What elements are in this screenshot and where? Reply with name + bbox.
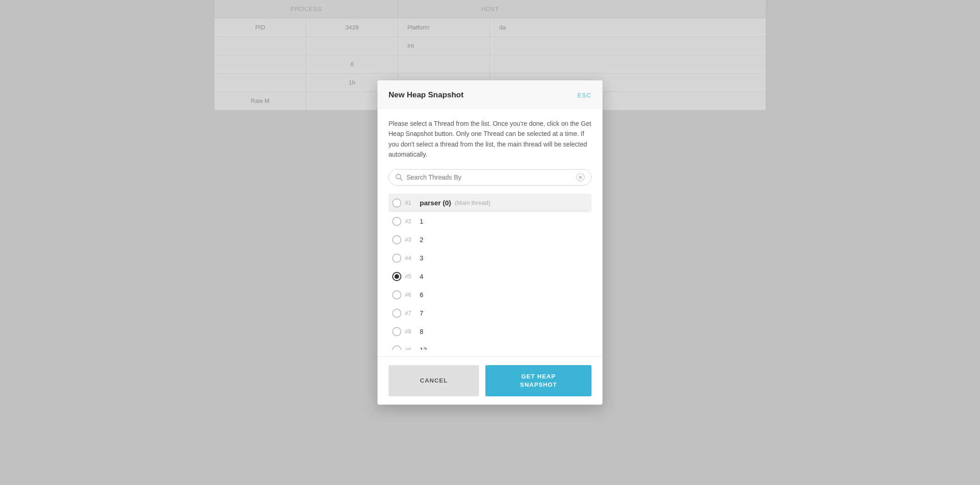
radio-button[interactable]: [392, 327, 401, 336]
modal-footer: CANCEL GET HEAPSNAPSHOT: [377, 356, 603, 405]
thread-item[interactable]: #21: [389, 212, 591, 231]
svg-line-1: [400, 178, 403, 180]
thread-number: #2: [405, 218, 415, 225]
search-input-wrapper: [389, 169, 591, 186]
thread-name: 7: [420, 310, 423, 317]
thread-item[interactable]: #77: [389, 304, 591, 322]
thread-number: #9: [405, 347, 415, 350]
thread-number: #7: [405, 310, 415, 316]
thread-name: 2: [420, 236, 423, 243]
thread-name: 8: [420, 328, 423, 335]
radio-button[interactable]: [392, 345, 401, 350]
clear-icon: [578, 175, 583, 180]
radio-button[interactable]: [392, 235, 401, 244]
radio-button[interactable]: [392, 254, 401, 263]
modal-overlay: New Heap Snapshot ESC Please select a Th…: [0, 0, 980, 485]
modal-dialog: New Heap Snapshot ESC Please select a Th…: [377, 80, 603, 405]
thread-number: #8: [405, 328, 415, 335]
esc-button[interactable]: ESC: [577, 92, 591, 99]
cancel-button[interactable]: CANCEL: [389, 365, 479, 396]
thread-item[interactable]: #43: [389, 249, 591, 267]
thread-name: 6: [420, 291, 423, 299]
thread-name: parser (0): [420, 199, 451, 207]
search-container: [389, 169, 591, 186]
thread-item[interactable]: #32: [389, 231, 591, 249]
thread-name: 12: [420, 346, 427, 350]
modal-title: New Heap Snapshot: [389, 90, 463, 100]
thread-item[interactable]: #88: [389, 322, 591, 341]
radio-button[interactable]: [392, 309, 401, 318]
svg-point-0: [396, 174, 401, 179]
search-input[interactable]: [406, 174, 576, 181]
thread-item[interactable]: #54: [389, 267, 591, 286]
thread-list: #1parser (0)(Main thread)#21#32#43#54#66…: [377, 194, 603, 350]
thread-name: 1: [420, 218, 423, 225]
search-icon: [395, 174, 403, 181]
thread-name: 4: [420, 273, 423, 280]
get-heap-snapshot-button[interactable]: GET HEAPSNAPSHOT: [485, 365, 591, 396]
radio-button[interactable]: [392, 272, 401, 281]
search-clear-button[interactable]: [576, 173, 585, 181]
modal-description: Please select a Thread from the list. On…: [389, 118, 591, 160]
radio-button[interactable]: [392, 217, 401, 226]
radio-button[interactable]: [392, 198, 401, 208]
thread-item[interactable]: #66: [389, 286, 591, 304]
thread-number: #3: [405, 237, 415, 243]
thread-name: 3: [420, 254, 423, 262]
modal-body: Please select a Thread from the list. On…: [377, 108, 603, 350]
thread-number: #6: [405, 292, 415, 298]
main-thread-label: (Main thread): [455, 199, 490, 206]
radio-button[interactable]: [392, 290, 401, 299]
thread-number: #4: [405, 255, 415, 261]
thread-number: #1: [405, 200, 415, 206]
thread-number: #5: [405, 273, 415, 280]
thread-item[interactable]: #912: [389, 341, 591, 350]
modal-header: New Heap Snapshot ESC: [377, 80, 603, 108]
thread-item[interactable]: #1parser (0)(Main thread): [389, 194, 591, 212]
